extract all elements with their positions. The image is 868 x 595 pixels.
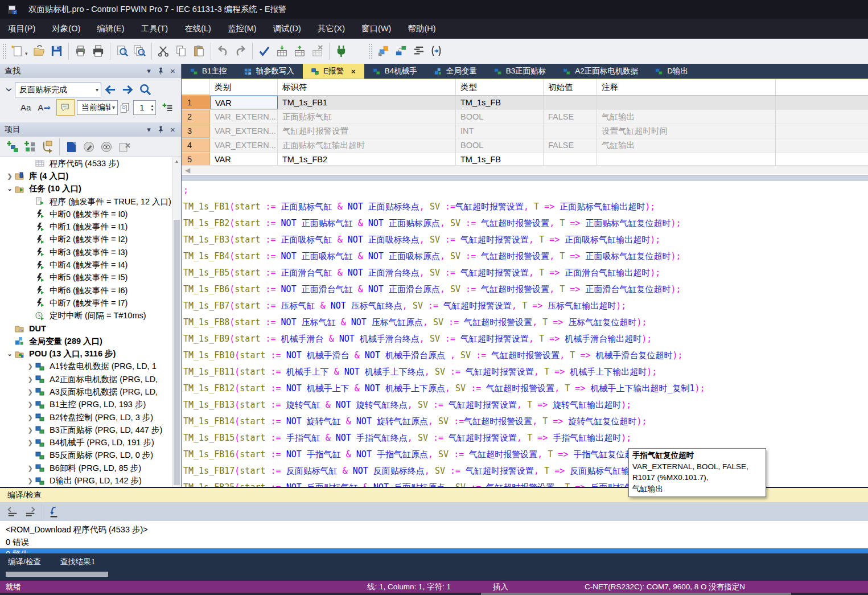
menu-窗口(W)[interactable]: 窗口(W) — [355, 19, 398, 39]
cut-icon[interactable] — [156, 43, 171, 59]
match-case-icon[interactable]: Aa — [20, 102, 31, 112]
tree-item[interactable]: ❯B2转盘控制 (PRG, LD, 3 步) — [0, 411, 181, 424]
insert-network-icon[interactable] — [393, 43, 409, 59]
add-to-list-icon[interactable] — [162, 102, 173, 113]
scroll-left-icon[interactable]: ◀ — [185, 166, 190, 174]
combo-caret-icon[interactable]: ▾ — [96, 87, 98, 93]
cell-type[interactable]: BOOL — [456, 138, 544, 152]
code-line[interactable]: TM_1s_FB1(start := 正面贴标气缸 & NOT 正面贴标终点, … — [183, 199, 868, 215]
menu-对象(O)[interactable]: 对象(O) — [45, 19, 87, 39]
whole-word-icon[interactable]: A⇒ — [38, 102, 51, 113]
tab-D输出[interactable]: D输出 — [647, 64, 697, 79]
row-number[interactable]: 2 — [182, 110, 210, 124]
add-group-icon[interactable] — [22, 139, 38, 154]
row-number[interactable]: 5 — [182, 153, 210, 166]
view-item-icon[interactable] — [99, 139, 114, 154]
output-scrollbar[interactable] — [6, 572, 108, 577]
cell-type[interactable]: INT — [456, 124, 544, 138]
pin-icon[interactable] — [156, 66, 166, 76]
code-line[interactable]: TM_1s_FB4(start := NOT 正面吸标气缸 & NOT 正面吸标… — [183, 248, 868, 265]
cell-initial[interactable] — [544, 96, 597, 109]
cell-initial[interactable]: FALSE — [544, 110, 597, 124]
cell-identifier[interactable]: 正面贴标气缸 — [278, 110, 456, 124]
search-scope-select[interactable]: 当前编辑 ▾ — [77, 100, 118, 115]
row-number-header[interactable] — [182, 79, 210, 95]
next-message-icon[interactable] — [22, 504, 38, 519]
tree-item[interactable]: 程序 (触发事件 = TRUE, 12 入口) — [0, 195, 181, 208]
code-line[interactable]: TM_1s_FB11(start := 机械手上下 & NOT 机械手上下终点,… — [183, 364, 868, 380]
expander-icon[interactable]: ❯ — [25, 439, 35, 446]
cell-comment[interactable] — [597, 96, 776, 109]
cell-class[interactable]: VAR_EXTERN... — [210, 138, 278, 152]
count-spinner[interactable]: ▲▼ — [150, 104, 155, 112]
new-dropdown-caret-icon[interactable]: ▾ — [25, 51, 28, 56]
goto-source-icon[interactable] — [46, 504, 61, 519]
output-tab-编译/检查[interactable]: 编译/检查 — [8, 557, 41, 567]
tree-item[interactable]: 程序代码 (4533 步) — [0, 157, 181, 170]
find-in-files-icon[interactable] — [132, 43, 147, 59]
cell-comment[interactable] — [597, 153, 776, 166]
cell-type[interactable]: TM_1s_FB — [456, 153, 544, 166]
find-previous-icon[interactable] — [102, 82, 118, 97]
expander-icon[interactable]: ⌄ — [5, 185, 15, 192]
upload-program-icon[interactable] — [292, 43, 307, 59]
tree-item[interactable]: ❯D输出 (PRG, LD, 142 步) — [0, 474, 181, 487]
expand-find-icon[interactable] — [2, 85, 15, 94]
online-mode-icon[interactable] — [334, 43, 349, 59]
chevron-down-icon[interactable]: ▾ — [144, 125, 154, 134]
column-header[interactable]: 标识符 — [278, 79, 456, 95]
save-icon[interactable] — [49, 43, 64, 59]
expander-icon[interactable]: ❯ — [25, 465, 35, 472]
menu-调试(D)[interactable]: 调试(D) — [266, 19, 308, 39]
new-project-icon[interactable] — [10, 43, 25, 59]
cell-identifier[interactable]: 正面贴标气缸输出超时 — [278, 138, 456, 152]
expander-icon[interactable]: ❯ — [25, 363, 35, 370]
cell-identifier[interactable]: TM_1s_FB1 — [278, 96, 456, 109]
menu-项目(P)[interactable]: 项目(P) — [1, 19, 42, 39]
open-project-icon[interactable] — [31, 43, 47, 59]
expander-icon[interactable]: ❯ — [25, 401, 35, 408]
code-line[interactable]: TM_1s_FB3(start := 正面吸标气缸 & NOT 正面吸标终点, … — [183, 232, 868, 248]
menu-工具(T)[interactable]: 工具(T) — [134, 19, 175, 39]
row-number[interactable]: 3 — [182, 124, 210, 138]
download-program-icon[interactable] — [274, 43, 290, 59]
tree-item[interactable]: B5反面贴标 (PRG, LD, 0 步) — [0, 449, 181, 462]
cell-initial[interactable] — [544, 124, 597, 138]
copy-icon[interactable] — [174, 43, 189, 59]
tree-scrollbar[interactable]: ▲ — [172, 157, 181, 487]
pin-icon[interactable] — [156, 125, 166, 134]
column-header[interactable]: 类型 — [456, 79, 544, 95]
print-preview-icon[interactable] — [73, 43, 88, 59]
menu-其它(X)[interactable]: 其它(X) — [311, 19, 352, 39]
table-horizontal-scrollbar[interactable]: ◀ — [182, 165, 868, 174]
tree-item[interactable]: ❯库 (4 入口) — [0, 170, 181, 182]
cell-initial[interactable] — [544, 153, 597, 166]
edit-item-icon[interactable] — [81, 139, 97, 154]
column-header[interactable]: 类别 — [210, 79, 278, 95]
tree-item[interactable]: ⌄任务 (10 入口) — [0, 183, 181, 195]
tree-item[interactable]: 中断5 (触发事件 = I5) — [0, 272, 181, 284]
search-input[interactable]: 反面贴标完成 ▾ — [15, 83, 101, 97]
redo-icon[interactable] — [233, 43, 248, 59]
tree-item[interactable]: 中断6 (触发事件 = I6) — [0, 284, 181, 297]
tree-item[interactable]: ❯A2正面标电机数据 (PRG, LD, — [0, 373, 181, 385]
cell-class[interactable]: VAR — [210, 96, 278, 109]
cell-identifier[interactable]: TM_1s_FB2 — [278, 153, 456, 166]
code-line[interactable]: TM_1s_FB13(start := 旋转气缸 & NOT 旋转气缸终点, S… — [183, 397, 868, 413]
tree-item[interactable]: 中断4 (触发事件 = I4) — [0, 258, 181, 271]
code-line[interactable]: TM_1s_FB6(start := NOT 正面滑台气缸 & NOT 正面滑台… — [183, 281, 868, 298]
expander-icon[interactable]: ⌄ — [5, 350, 15, 358]
cell-type[interactable]: BOOL — [456, 110, 544, 124]
tab-轴参数写入[interactable]: 轴参数写入 — [236, 64, 303, 79]
cell-initial[interactable]: FALSE — [544, 138, 597, 152]
close-tab-icon[interactable]: × — [351, 67, 356, 76]
tree-item[interactable]: DUT — [0, 322, 181, 335]
code-line[interactable]: TM_1s_FB5(start := 正面滑台气缸 & NOT 正面滑台终点, … — [183, 265, 868, 281]
delete-item-icon[interactable] — [117, 139, 132, 154]
tree-item[interactable]: 定时中断 (间隔 = T#10ms) — [0, 310, 181, 322]
tab-B1主控[interactable]: B1主控 — [182, 64, 236, 79]
close-icon[interactable]: × — [168, 66, 178, 76]
combo-caret-icon[interactable]: ▾ — [112, 104, 115, 110]
tree-item[interactable]: 中断3 (触发事件 = I3) — [0, 246, 181, 258]
prev-message-icon[interactable] — [5, 504, 20, 519]
